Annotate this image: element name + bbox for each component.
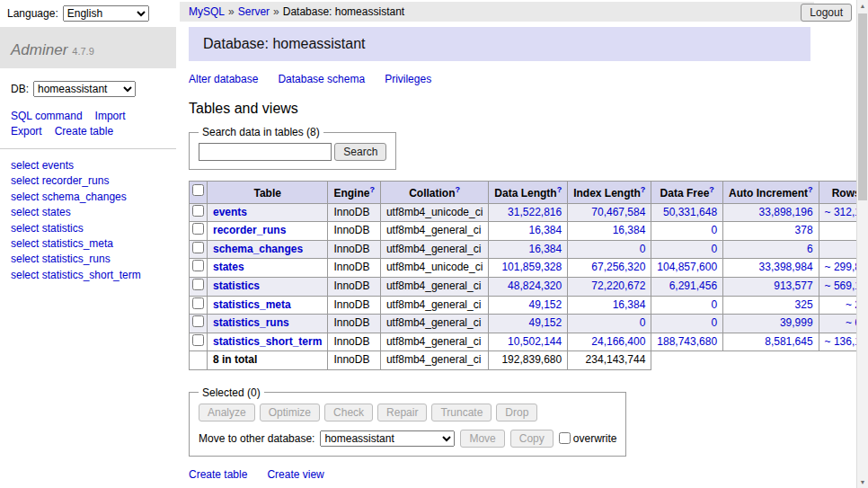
row-select-checkbox[interactable] <box>192 242 204 253</box>
language-select[interactable]: English <box>63 5 149 22</box>
breadcrumb-mysql-link[interactable]: MySQL <box>189 5 225 18</box>
table-name-link[interactable]: statistics_runs <box>213 316 289 329</box>
data-free-link[interactable]: 50,331,648 <box>663 206 717 218</box>
bulk-action-button[interactable]: Truncate <box>431 404 492 421</box>
sidebar-action-link[interactable]: Export <box>11 125 42 138</box>
logout-button[interactable]: Logout <box>801 4 852 22</box>
data-length-cell: 49,152 <box>489 296 568 315</box>
bulk-action-button[interactable]: Repair <box>377 404 427 421</box>
overwrite-checkbox[interactable] <box>559 432 571 444</box>
bulk-action-button[interactable]: Analyze <box>199 404 255 421</box>
column-help-link[interactable]: ? <box>808 185 813 194</box>
scrollbar-thumb[interactable] <box>858 13 867 200</box>
breadcrumb-server-link[interactable]: Server <box>238 5 270 18</box>
sidebar-table-link[interactable]: select statistics_short_term <box>11 268 165 283</box>
data-free-link[interactable]: 0 <box>711 243 717 255</box>
auto-increment-link[interactable]: 6 <box>807 243 813 255</box>
scroll-down-icon[interactable]: ▼ <box>857 476 868 488</box>
db-select[interactable]: homeassistant <box>33 81 136 97</box>
data-free-link[interactable]: 6,291,456 <box>669 279 717 292</box>
auto-increment-link[interactable]: 378 <box>795 224 813 236</box>
create-link[interactable]: Create table <box>189 468 247 481</box>
index-length-link[interactable]: 0 <box>640 243 646 255</box>
data-free-link[interactable]: 104,857,600 <box>657 261 717 273</box>
bulk-action-button[interactable]: Check <box>324 404 373 421</box>
table-name-link[interactable]: statistics_meta <box>213 298 291 311</box>
table-name-link[interactable]: events <box>213 206 247 218</box>
data-free-link[interactable]: 188,743,680 <box>657 335 717 348</box>
auto-increment-link[interactable]: 325 <box>795 298 813 311</box>
column-help-link[interactable]: ? <box>456 185 461 194</box>
db-nav-link[interactable]: Alter database <box>189 73 258 85</box>
sidebar-table-link[interactable]: select recorder_runs <box>11 173 165 189</box>
index-length-link[interactable]: 16,384 <box>613 224 646 236</box>
row-select-checkbox[interactable] <box>192 279 204 290</box>
auto-increment-link[interactable]: 913,577 <box>774 279 812 292</box>
column-header: Data Length? <box>489 182 568 204</box>
db-nav-link[interactable]: Privileges <box>385 73 431 85</box>
collation-cell: utf8mb4_general_ci <box>380 277 488 296</box>
data-length-link[interactable]: 49,152 <box>528 316 562 329</box>
data-free-link[interactable]: 0 <box>711 316 717 329</box>
table-row: recorder_runs InnoDB utf8mb4_general_ci … <box>190 222 868 241</box>
index-length-link[interactable]: 67,256,320 <box>591 261 645 273</box>
sidebar-table-link[interactable]: select statistics_meta <box>11 236 165 252</box>
sidebar-table-link[interactable]: select states <box>11 205 165 220</box>
bulk-action-button[interactable]: Drop <box>496 404 537 421</box>
table-name-link[interactable]: states <box>213 261 244 273</box>
search-button[interactable]: Search <box>334 143 386 161</box>
vertical-scrollbar[interactable]: ▲ ▼ <box>856 0 868 488</box>
auto-increment-link[interactable]: 33,898,196 <box>759 206 813 218</box>
engine-cell: InnoDB <box>328 203 381 222</box>
column-help-link[interactable]: ? <box>557 185 562 194</box>
index-length-link[interactable]: 16,384 <box>613 298 646 311</box>
index-length-link[interactable]: 0 <box>640 316 646 329</box>
select-all-checkbox[interactable] <box>192 184 204 196</box>
sidebar-table-link[interactable]: select statistics_runs <box>11 252 165 267</box>
sidebar-action-link[interactable]: Create table <box>55 125 113 138</box>
table-name-link[interactable]: recorder_runs <box>213 224 286 236</box>
row-select-checkbox[interactable] <box>192 297 204 309</box>
db-nav-link[interactable]: Database schema <box>278 73 365 85</box>
data-length-link[interactable]: 16,384 <box>528 224 562 236</box>
data-length-link[interactable]: 16,384 <box>528 243 562 255</box>
data-length-link[interactable]: 31,522,816 <box>508 206 562 218</box>
data-length-link[interactable]: 49,152 <box>528 298 562 311</box>
table-name-link[interactable]: schema_changes <box>213 243 303 255</box>
row-select-checkbox[interactable] <box>192 260 204 271</box>
sidebar-table-link[interactable]: select statistics <box>11 221 165 236</box>
table-name-link[interactable]: statistics_short_term <box>213 335 322 348</box>
move-db-select[interactable]: homeassistant <box>320 430 455 447</box>
row-select-checkbox[interactable] <box>192 334 204 346</box>
auto-increment-link[interactable]: 33,398,984 <box>759 261 813 273</box>
column-help-link[interactable]: ? <box>709 185 714 194</box>
collation-cell: utf8mb4_unicode_ci <box>380 259 488 278</box>
data-free-link[interactable]: 0 <box>711 298 717 311</box>
index-length-link[interactable]: 24,166,400 <box>591 335 645 348</box>
auto-increment-link[interactable]: 39,999 <box>780 316 813 329</box>
bulk-action-button[interactable]: Optimize <box>260 404 320 421</box>
search-input[interactable] <box>199 143 332 161</box>
sidebar-action-link[interactable]: Import <box>95 110 126 122</box>
sidebar-table-link[interactable]: select schema_changes <box>11 190 165 205</box>
index-length-link[interactable]: 72,220,672 <box>591 279 645 292</box>
create-link[interactable]: Create view <box>267 468 323 481</box>
index-length-link[interactable]: 70,467,584 <box>591 206 645 218</box>
sidebar-action-link[interactable]: SQL command <box>11 110 83 122</box>
table-name-link[interactable]: statistics <box>213 279 260 292</box>
row-select-checkbox[interactable] <box>192 223 204 235</box>
sidebar-table-link[interactable]: select events <box>11 158 165 173</box>
data-length-link[interactable]: 101,859,328 <box>501 261 562 273</box>
move-button[interactable]: Move <box>460 430 504 448</box>
data-length-link[interactable]: 10,502,144 <box>508 335 562 348</box>
row-select-checkbox[interactable] <box>192 205 204 217</box>
column-help-link[interactable]: ? <box>641 185 646 194</box>
total-index-length-cell: 234,143,744 <box>568 351 651 370</box>
auto-increment-link[interactable]: 8,581,645 <box>765 335 812 348</box>
data-free-link[interactable]: 0 <box>711 224 717 236</box>
scroll-up-icon[interactable]: ▲ <box>857 0 868 12</box>
column-help-link[interactable]: ? <box>369 185 375 194</box>
data-length-link[interactable]: 48,824,320 <box>508 279 562 292</box>
row-select-checkbox[interactable] <box>192 315 204 327</box>
copy-button[interactable]: Copy <box>510 430 554 448</box>
